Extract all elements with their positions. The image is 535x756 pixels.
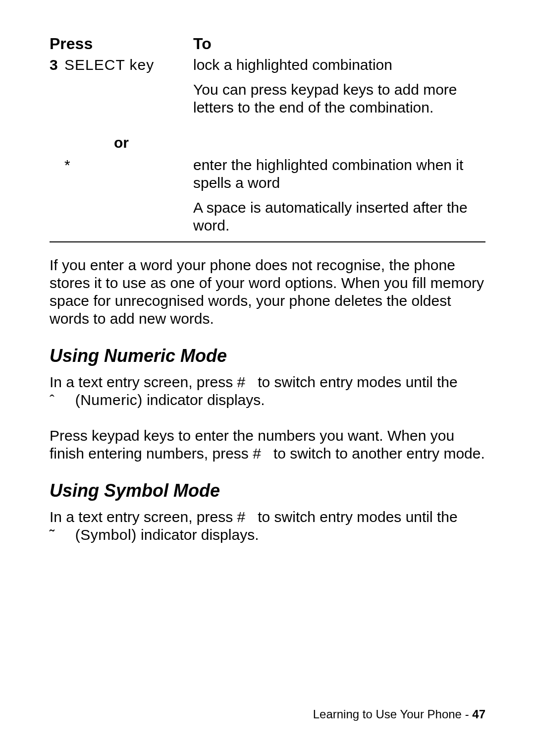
table-row: * enter the highlighted combination when… xyxy=(50,156,485,234)
text-fragment: indicator displays. xyxy=(137,526,259,543)
page-footer: Learning to Use Your Phone - 47 xyxy=(313,707,485,721)
hash-key: # xyxy=(237,374,246,390)
section-divider xyxy=(50,241,485,242)
table-header-press: Press xyxy=(50,35,193,53)
to-action-text: lock a highlighted combination xyxy=(193,56,485,74)
or-separator: or xyxy=(50,134,193,151)
body-paragraph: In a text entry screen, press # to switc… xyxy=(50,373,485,409)
symbol-mode-icon: ˜ xyxy=(50,526,54,543)
text-fragment: to switch to another entry mode. xyxy=(269,445,485,462)
text-fragment: to switch entry modes until the xyxy=(254,509,458,525)
numeric-mode-icon: ˆ xyxy=(50,392,54,408)
text-fragment: In a text entry screen, press xyxy=(50,374,237,390)
footer-section-title: Learning to Use Your Phone - xyxy=(313,707,473,721)
press-key-text: SELECT key xyxy=(64,56,154,116)
to-note-text: You can press keypad keys to add more le… xyxy=(193,81,485,116)
hash-key: # xyxy=(237,509,246,525)
text-fragment: indicator displays. xyxy=(143,392,265,408)
press-star-key: * xyxy=(64,156,70,234)
table-row: 3 SELECT key lock a highlighted combinat… xyxy=(50,56,485,116)
to-note-text: A space is automatically inserted after … xyxy=(193,199,485,234)
body-paragraph: Press keypad keys to enter the numbers y… xyxy=(50,427,485,463)
to-action-text: enter the highlighted combination when i… xyxy=(193,156,485,192)
step-number: 3 xyxy=(50,56,64,116)
body-paragraph: If you enter a word your phone does not … xyxy=(50,256,485,328)
body-paragraph: In a text entry screen, press # to switc… xyxy=(50,508,485,544)
numeric-mode-label: (Numeric) xyxy=(75,392,143,408)
symbol-mode-label: (Symbol) xyxy=(75,526,137,543)
table-header-to: To xyxy=(193,35,212,53)
text-fragment: to switch entry modes until the xyxy=(254,374,458,390)
hash-key: # xyxy=(253,445,261,462)
heading-symbol-mode: Using Symbol Mode xyxy=(50,480,485,501)
text-fragment: In a text entry screen, press xyxy=(50,509,237,525)
page-number: 47 xyxy=(472,707,485,721)
table-header-row: Press To xyxy=(50,35,485,53)
step-number-empty xyxy=(50,156,64,234)
heading-numeric-mode: Using Numeric Mode xyxy=(50,346,485,366)
instruction-table: Press To 3 SELECT key lock a highlighted… xyxy=(50,35,485,234)
